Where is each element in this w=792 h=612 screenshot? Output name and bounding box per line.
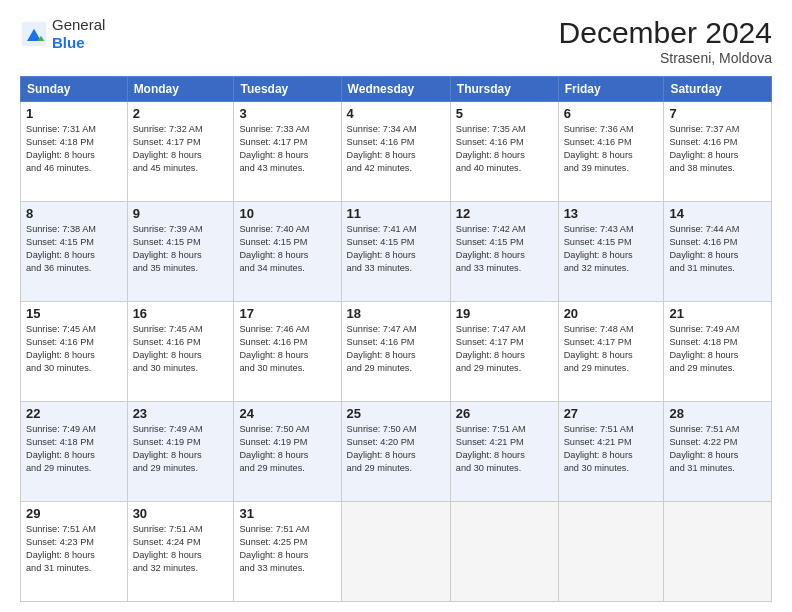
day-info: Sunrise: 7:45 AM Sunset: 4:16 PM Dayligh…: [26, 323, 122, 375]
col-sunday: Sunday: [21, 77, 128, 102]
day-info: Sunrise: 7:49 AM Sunset: 4:18 PM Dayligh…: [26, 423, 122, 475]
table-row: 31Sunrise: 7:51 AM Sunset: 4:25 PM Dayli…: [234, 502, 341, 602]
calendar-week-row: 29Sunrise: 7:51 AM Sunset: 4:23 PM Dayli…: [21, 502, 772, 602]
table-row: 7Sunrise: 7:37 AM Sunset: 4:16 PM Daylig…: [664, 102, 772, 202]
table-row: 18Sunrise: 7:47 AM Sunset: 4:16 PM Dayli…: [341, 302, 450, 402]
day-info: Sunrise: 7:46 AM Sunset: 4:16 PM Dayligh…: [239, 323, 335, 375]
table-row: 22Sunrise: 7:49 AM Sunset: 4:18 PM Dayli…: [21, 402, 128, 502]
table-row: 10Sunrise: 7:40 AM Sunset: 4:15 PM Dayli…: [234, 202, 341, 302]
logo-icon: [20, 20, 48, 48]
day-info: Sunrise: 7:37 AM Sunset: 4:16 PM Dayligh…: [669, 123, 766, 175]
location-subtitle: Straseni, Moldova: [559, 50, 772, 66]
day-number: 29: [26, 506, 122, 521]
col-tuesday: Tuesday: [234, 77, 341, 102]
day-number: 19: [456, 306, 553, 321]
table-row: 9Sunrise: 7:39 AM Sunset: 4:15 PM Daylig…: [127, 202, 234, 302]
day-info: Sunrise: 7:51 AM Sunset: 4:24 PM Dayligh…: [133, 523, 229, 575]
day-info: Sunrise: 7:41 AM Sunset: 4:15 PM Dayligh…: [347, 223, 445, 275]
logo: General Blue: [20, 16, 105, 52]
table-row: 29Sunrise: 7:51 AM Sunset: 4:23 PM Dayli…: [21, 502, 128, 602]
table-row: 8Sunrise: 7:38 AM Sunset: 4:15 PM Daylig…: [21, 202, 128, 302]
day-number: 17: [239, 306, 335, 321]
table-row: 27Sunrise: 7:51 AM Sunset: 4:21 PM Dayli…: [558, 402, 664, 502]
table-row: 19Sunrise: 7:47 AM Sunset: 4:17 PM Dayli…: [450, 302, 558, 402]
day-number: 6: [564, 106, 659, 121]
col-saturday: Saturday: [664, 77, 772, 102]
day-info: Sunrise: 7:50 AM Sunset: 4:20 PM Dayligh…: [347, 423, 445, 475]
logo-text: General Blue: [52, 16, 105, 52]
day-number: 13: [564, 206, 659, 221]
day-number: 12: [456, 206, 553, 221]
day-number: 27: [564, 406, 659, 421]
day-info: Sunrise: 7:50 AM Sunset: 4:19 PM Dayligh…: [239, 423, 335, 475]
table-row: 3Sunrise: 7:33 AM Sunset: 4:17 PM Daylig…: [234, 102, 341, 202]
day-number: 11: [347, 206, 445, 221]
day-number: 8: [26, 206, 122, 221]
table-row: 30Sunrise: 7:51 AM Sunset: 4:24 PM Dayli…: [127, 502, 234, 602]
table-row: 17Sunrise: 7:46 AM Sunset: 4:16 PM Dayli…: [234, 302, 341, 402]
col-wednesday: Wednesday: [341, 77, 450, 102]
calendar-week-row: 15Sunrise: 7:45 AM Sunset: 4:16 PM Dayli…: [21, 302, 772, 402]
day-info: Sunrise: 7:35 AM Sunset: 4:16 PM Dayligh…: [456, 123, 553, 175]
day-info: Sunrise: 7:51 AM Sunset: 4:23 PM Dayligh…: [26, 523, 122, 575]
table-row: 4Sunrise: 7:34 AM Sunset: 4:16 PM Daylig…: [341, 102, 450, 202]
day-number: 1: [26, 106, 122, 121]
day-info: Sunrise: 7:51 AM Sunset: 4:21 PM Dayligh…: [564, 423, 659, 475]
day-info: Sunrise: 7:33 AM Sunset: 4:17 PM Dayligh…: [239, 123, 335, 175]
day-info: Sunrise: 7:51 AM Sunset: 4:21 PM Dayligh…: [456, 423, 553, 475]
day-number: 26: [456, 406, 553, 421]
day-number: 23: [133, 406, 229, 421]
day-number: 18: [347, 306, 445, 321]
day-number: 24: [239, 406, 335, 421]
table-row: 14Sunrise: 7:44 AM Sunset: 4:16 PM Dayli…: [664, 202, 772, 302]
day-info: Sunrise: 7:47 AM Sunset: 4:17 PM Dayligh…: [456, 323, 553, 375]
day-info: Sunrise: 7:51 AM Sunset: 4:25 PM Dayligh…: [239, 523, 335, 575]
day-number: 7: [669, 106, 766, 121]
table-row: [450, 502, 558, 602]
day-info: Sunrise: 7:49 AM Sunset: 4:18 PM Dayligh…: [669, 323, 766, 375]
table-row: 16Sunrise: 7:45 AM Sunset: 4:16 PM Dayli…: [127, 302, 234, 402]
day-info: Sunrise: 7:48 AM Sunset: 4:17 PM Dayligh…: [564, 323, 659, 375]
table-row: 5Sunrise: 7:35 AM Sunset: 4:16 PM Daylig…: [450, 102, 558, 202]
day-info: Sunrise: 7:47 AM Sunset: 4:16 PM Dayligh…: [347, 323, 445, 375]
day-info: Sunrise: 7:51 AM Sunset: 4:22 PM Dayligh…: [669, 423, 766, 475]
day-number: 2: [133, 106, 229, 121]
table-row: [664, 502, 772, 602]
table-row: 1Sunrise: 7:31 AM Sunset: 4:18 PM Daylig…: [21, 102, 128, 202]
day-number: 5: [456, 106, 553, 121]
day-number: 10: [239, 206, 335, 221]
col-friday: Friday: [558, 77, 664, 102]
header: General Blue December 2024 Straseni, Mol…: [20, 16, 772, 66]
day-info: Sunrise: 7:31 AM Sunset: 4:18 PM Dayligh…: [26, 123, 122, 175]
table-row: 28Sunrise: 7:51 AM Sunset: 4:22 PM Dayli…: [664, 402, 772, 502]
day-info: Sunrise: 7:45 AM Sunset: 4:16 PM Dayligh…: [133, 323, 229, 375]
calendar-week-row: 1Sunrise: 7:31 AM Sunset: 4:18 PM Daylig…: [21, 102, 772, 202]
table-row: 24Sunrise: 7:50 AM Sunset: 4:19 PM Dayli…: [234, 402, 341, 502]
table-row: [558, 502, 664, 602]
day-info: Sunrise: 7:43 AM Sunset: 4:15 PM Dayligh…: [564, 223, 659, 275]
day-info: Sunrise: 7:38 AM Sunset: 4:15 PM Dayligh…: [26, 223, 122, 275]
table-row: 25Sunrise: 7:50 AM Sunset: 4:20 PM Dayli…: [341, 402, 450, 502]
table-row: 13Sunrise: 7:43 AM Sunset: 4:15 PM Dayli…: [558, 202, 664, 302]
table-row: [341, 502, 450, 602]
calendar-header-row: Sunday Monday Tuesday Wednesday Thursday…: [21, 77, 772, 102]
calendar-week-row: 8Sunrise: 7:38 AM Sunset: 4:15 PM Daylig…: [21, 202, 772, 302]
day-number: 31: [239, 506, 335, 521]
title-block: December 2024 Straseni, Moldova: [559, 16, 772, 66]
table-row: 11Sunrise: 7:41 AM Sunset: 4:15 PM Dayli…: [341, 202, 450, 302]
day-info: Sunrise: 7:44 AM Sunset: 4:16 PM Dayligh…: [669, 223, 766, 275]
day-number: 22: [26, 406, 122, 421]
day-number: 20: [564, 306, 659, 321]
table-row: 12Sunrise: 7:42 AM Sunset: 4:15 PM Dayli…: [450, 202, 558, 302]
day-info: Sunrise: 7:49 AM Sunset: 4:19 PM Dayligh…: [133, 423, 229, 475]
day-info: Sunrise: 7:39 AM Sunset: 4:15 PM Dayligh…: [133, 223, 229, 275]
table-row: 15Sunrise: 7:45 AM Sunset: 4:16 PM Dayli…: [21, 302, 128, 402]
table-row: 2Sunrise: 7:32 AM Sunset: 4:17 PM Daylig…: [127, 102, 234, 202]
day-info: Sunrise: 7:32 AM Sunset: 4:17 PM Dayligh…: [133, 123, 229, 175]
day-number: 3: [239, 106, 335, 121]
day-number: 30: [133, 506, 229, 521]
day-info: Sunrise: 7:36 AM Sunset: 4:16 PM Dayligh…: [564, 123, 659, 175]
day-number: 4: [347, 106, 445, 121]
day-info: Sunrise: 7:34 AM Sunset: 4:16 PM Dayligh…: [347, 123, 445, 175]
calendar: Sunday Monday Tuesday Wednesday Thursday…: [20, 76, 772, 602]
